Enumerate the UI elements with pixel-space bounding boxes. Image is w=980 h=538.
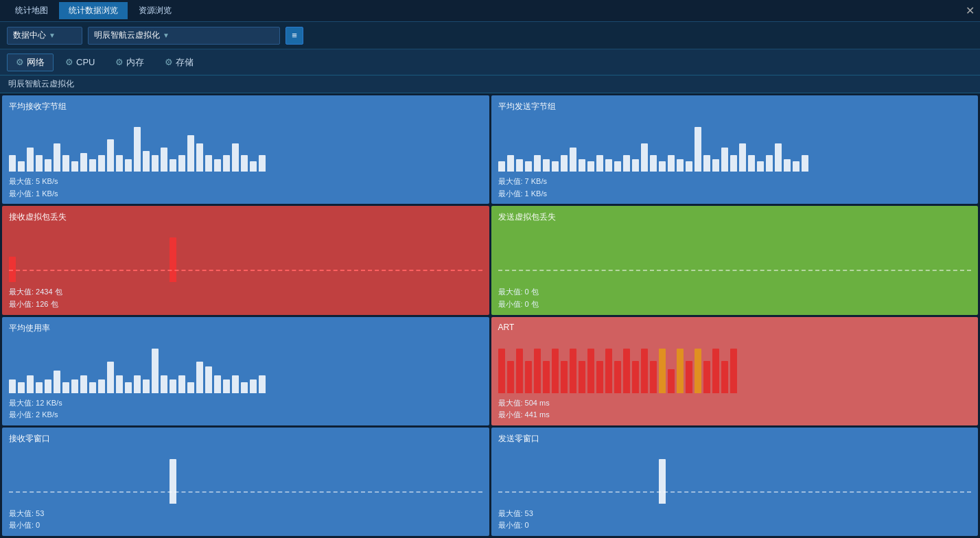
dashed-line (9, 491, 482, 493)
list-view-button[interactable]: ≡ (285, 27, 303, 45)
max-label: 最大值: 2434 包 (9, 286, 482, 299)
bar (525, 161, 532, 172)
max-label: 最大值: 5 KB/s (9, 176, 482, 188)
min-label: 最小值: 2 KB/s (9, 409, 482, 421)
bar (205, 155, 212, 172)
dropdown-arrow-icon: ▼ (49, 32, 56, 39)
bar (730, 349, 737, 393)
tab-memory[interactable]: ⚙ 内存 (106, 54, 153, 71)
bar (259, 375, 266, 393)
tab-cpu[interactable]: ⚙ CPU (56, 54, 104, 70)
chart-title-send-loss: 发送虚拟包丢失 (498, 211, 972, 223)
nav-tab-stats[interactable]: 统计数据浏览 (59, 2, 128, 19)
bar (250, 161, 257, 172)
bar (579, 159, 585, 172)
bar (757, 161, 764, 172)
nav-tab-map[interactable]: 统计地图 (5, 2, 58, 19)
bar (36, 382, 43, 393)
bar (739, 143, 746, 172)
bar (125, 159, 132, 172)
chart-card-recv-window: 接收零窗口最大值: 53最小值: 0 (2, 428, 489, 536)
bar (54, 371, 60, 393)
chart-area-send-loss (498, 226, 972, 283)
bar (232, 375, 239, 393)
chart-card-avg-usage: 平均使用率最大值: 12 KB/s最小值: 2 KB/s (2, 317, 489, 425)
bar (80, 375, 87, 393)
bar (107, 362, 114, 393)
chart-footer-avg-recv: 最大值: 5 KB/s最小值: 1 KB/s (9, 176, 482, 200)
bar (587, 161, 594, 172)
min-label: 最小值: 126 包 (9, 299, 482, 311)
bar (507, 361, 514, 393)
tab-bar: ⚙ 网络 ⚙ CPU ⚙ 内存 ⚙ 存储 (0, 49, 980, 75)
chart-area-avg-recv (9, 115, 482, 173)
dropdown-arrow2-icon: ▼ (163, 32, 170, 39)
bar (143, 151, 150, 172)
bar (45, 379, 51, 393)
bar (668, 369, 675, 393)
bar (695, 127, 701, 172)
dashed-line (498, 491, 972, 493)
bar (62, 382, 69, 393)
max-label: 最大值: 53 (9, 508, 482, 520)
chart-area-recv-loss (9, 226, 482, 283)
chart-title-art: ART (498, 323, 972, 332)
close-icon[interactable]: ✕ (966, 4, 975, 17)
bar (205, 366, 212, 393)
nav-tabs: 统计地图 统计数据浏览 资源浏览 (5, 2, 181, 19)
bar (214, 375, 221, 393)
chart-footer-avg-usage: 最大值: 12 KB/s最小值: 2 KB/s (9, 397, 482, 421)
chart-area-recv-window (9, 447, 482, 505)
dashed-line (498, 270, 972, 271)
tab-network[interactable]: ⚙ 网络 (7, 54, 54, 71)
bar (89, 382, 96, 393)
bar (730, 155, 737, 172)
datacenter-select[interactable]: 数据中心 ▼ (7, 27, 82, 45)
bar (703, 361, 710, 393)
bar (178, 155, 185, 172)
bar (614, 361, 621, 393)
bar (525, 361, 532, 393)
bar (71, 379, 78, 393)
bar (775, 143, 782, 172)
bar (259, 155, 266, 172)
chart-title-recv-loss: 接收虚拟包丢失 (9, 211, 482, 223)
bar (107, 139, 114, 172)
bar (543, 159, 550, 172)
bar (596, 155, 603, 172)
chart-area-art (498, 335, 972, 395)
bar (650, 361, 657, 393)
bar (686, 361, 692, 393)
bar (241, 382, 248, 393)
bar (170, 159, 176, 172)
bar (116, 155, 123, 172)
chart-title-avg-send: 平均发送字节组 (498, 101, 972, 113)
bar (250, 379, 257, 393)
bar (498, 161, 505, 172)
bar (632, 159, 639, 172)
chart-title-recv-window: 接收零窗口 (9, 433, 482, 445)
bar (152, 155, 159, 172)
bar (579, 361, 585, 393)
bar (62, 155, 69, 172)
cloud-select[interactable]: 明辰智航云虚拟化 ▼ (88, 27, 280, 45)
tab-storage[interactable]: ⚙ 存储 (156, 54, 202, 71)
chart-card-art: ART最大值: 504 ms最小值: 441 ms (491, 317, 979, 425)
max-label: 最大值: 504 ms (498, 397, 972, 410)
bar (196, 362, 203, 393)
bar (27, 375, 34, 393)
gear-icon-storage: ⚙ (165, 57, 173, 67)
bar (241, 155, 248, 172)
bar (498, 349, 505, 393)
chart-footer-send-window: 最大值: 53最小值: 0 (498, 508, 972, 532)
bar (623, 155, 630, 172)
nav-tab-resource[interactable]: 资源浏览 (129, 2, 181, 19)
bar (570, 349, 576, 393)
bar (686, 161, 692, 172)
chart-area-send-window (498, 447, 972, 505)
bar (232, 143, 239, 172)
max-label: 最大值: 12 KB/s (9, 397, 482, 410)
bar (623, 349, 630, 393)
bar (36, 155, 43, 172)
bar (516, 349, 523, 393)
